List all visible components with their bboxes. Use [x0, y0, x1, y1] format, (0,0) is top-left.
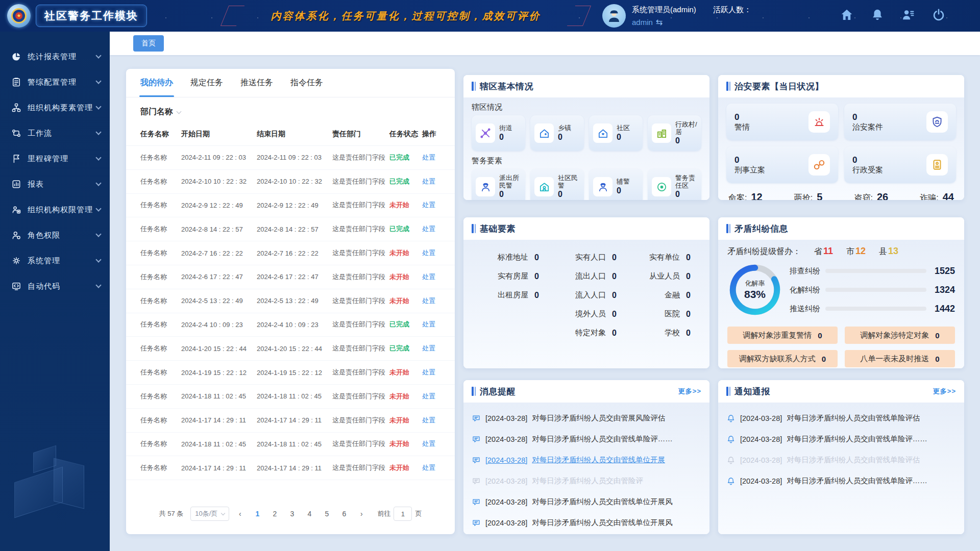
table-row: 任务名称 2024-2-5 13 : 22 : 49 2024-2-5 13 :…	[126, 289, 455, 313]
task-action-link[interactable]: 处置	[422, 344, 443, 353]
sidebar-item[interactable]: 组织机构权限管理	[0, 197, 110, 222]
task-department: 这是责任部门字段	[332, 177, 389, 186]
message-item[interactable]: [2024-03-28] 对每日涉矛盾纠纷人员交由管线单险评……	[463, 429, 709, 449]
page-number-button[interactable]: 5	[320, 507, 333, 521]
user-avatar[interactable]	[602, 4, 626, 28]
message-item[interactable]: [2024-03-28] 对每日涉矛盾纠纷人员交由管险评	[463, 470, 709, 491]
task-action-link[interactable]: 处置	[422, 224, 443, 234]
sidebar-item[interactable]: 角色权限	[0, 222, 110, 248]
task-action-link[interactable]: 处置	[422, 272, 443, 282]
sidebar-item[interactable]: 系统管理	[0, 248, 110, 273]
stat-card[interactable]: 乡镇 0	[530, 115, 584, 151]
task-name: 任务名称	[140, 344, 181, 353]
table-row: 任务名称 2024-2-11 09 : 22 : 03 2024-2-11 09…	[126, 146, 455, 170]
message-item[interactable]: [2024-03-28] 对每日涉矛盾纠纷人员交由管线单位开展风	[463, 491, 709, 512]
task-start-date: 2024-1-18 11 : 02 : 45	[181, 440, 257, 448]
task-action-link[interactable]: 处置	[422, 177, 443, 186]
page-number-button[interactable]: 3	[285, 507, 299, 521]
page-number-button[interactable]: 4	[303, 507, 316, 521]
stat-card[interactable]: 街道 0	[472, 115, 525, 151]
message-item[interactable]: [2024-03-28] 对每日涉矛盾纠纷人员交由管线单位开展	[463, 449, 709, 470]
tab-home[interactable]: 首页	[133, 35, 164, 52]
task-end-date: 2024-1-17 14 : 29 : 11	[257, 416, 332, 424]
dispute-filter-button[interactable]: 八单一表未及时推送 0	[845, 350, 955, 367]
sidebar-item[interactable]: 报表	[0, 171, 110, 197]
task-action-link[interactable]: 处置	[422, 320, 443, 329]
task-action-link[interactable]: 处置	[422, 439, 443, 448]
basic-stat-row: 实有房屋 0	[474, 267, 548, 286]
task-action-link[interactable]: 处置	[422, 392, 443, 401]
sidebar-item[interactable]: 警综配置管理	[0, 69, 110, 95]
security-stat-card[interactable]: 0 警情	[726, 104, 838, 140]
message-text: 对每日涉矛盾纠纷人员交由管线单位开展	[532, 455, 665, 465]
next-page-button[interactable]: ›	[355, 507, 368, 521]
task-action-link[interactable]: 处置	[422, 296, 443, 306]
task-action-link[interactable]: 处置	[422, 416, 443, 425]
security-stat-card[interactable]: 0 刑事立案	[726, 146, 838, 183]
sidebar-item[interactable]: 组织机构要素管理	[0, 95, 110, 120]
home-icon[interactable]	[840, 8, 854, 22]
col-action: 操作	[422, 130, 443, 139]
pagination: 共 57 条 10条/页 ‹ 123456 › 前往 页	[126, 507, 455, 534]
task-department: 这是责任部门字段	[332, 320, 389, 329]
table-row: 任务名称 2024-1-17 14 : 29 : 11 2024-1-17 14…	[126, 456, 455, 480]
task-action-link[interactable]: 处置	[422, 463, 443, 472]
notice-item[interactable]: [2024-03-28] 对每日涉矛盾纠纷人员交由管线单险评估	[718, 449, 964, 470]
dispute-filter-button[interactable]: 调解对象涉特定对象 0	[845, 327, 955, 344]
sidebar-item[interactable]: 工作流	[0, 120, 110, 146]
task-start-date: 2024-2-6 17 : 22 : 47	[181, 273, 257, 281]
power-icon[interactable]	[932, 8, 946, 22]
stat-card[interactable]: 社区 0	[589, 115, 643, 151]
todo-tab-label: 推送任务	[240, 78, 273, 88]
notice-item[interactable]: [2024-03-28] 对每日涉矛盾纠纷人员交由管线单险评……	[718, 429, 964, 449]
comment-icon	[472, 456, 481, 465]
task-status: 未开始	[389, 248, 422, 258]
sidebar-item[interactable]: 统计报表管理	[0, 44, 110, 69]
stat-card[interactable]: 社区民警 0	[530, 169, 584, 200]
app-header: ★ 社区警务工作模块 内容体系化，任务可量化，过程可控制，成效可评价 系统管理员…	[0, 0, 980, 32]
security-card-icon	[808, 111, 830, 133]
sidebar-item[interactable]: 自动代码	[0, 273, 110, 299]
stat-card[interactable]: 派出所民警 0	[472, 169, 525, 200]
message-more-link[interactable]: 更多>>	[678, 387, 701, 396]
security-stat-card[interactable]: 0 行政受案	[844, 146, 956, 183]
department-filter[interactable]: 部门名称	[126, 97, 455, 122]
sidebar-item-icon	[11, 52, 21, 62]
page-size-select[interactable]: 10条/页	[190, 507, 229, 521]
todo-tab[interactable]: 规定任务	[190, 69, 223, 97]
stat-card[interactable]: 警务责任区 0	[648, 169, 701, 200]
page-number-button[interactable]: 2	[268, 507, 281, 521]
security-stat-card[interactable]: 0 治安案件	[844, 104, 956, 140]
sidebar-item[interactable]: 里程碑管理	[0, 146, 110, 171]
switch-user-icon[interactable]: ⇆	[656, 17, 663, 27]
contacts-icon[interactable]	[901, 8, 915, 22]
notice-item[interactable]: [2024-03-28] 对每日涉矛盾纠纷人员交由管线单险评……	[718, 470, 964, 491]
task-action-link[interactable]: 处置	[422, 248, 443, 258]
page-number-button[interactable]: 1	[251, 507, 264, 521]
stat-card[interactable]: 行政村/居 0	[648, 115, 701, 151]
page-number-button[interactable]: 6	[337, 507, 351, 521]
bell-icon	[726, 435, 736, 444]
basic-stat-row: 金融 0	[625, 286, 699, 305]
message-item[interactable]: [2024-03-28] 对每日涉矛盾纠纷人员交由管展风险评估	[463, 408, 709, 429]
task-action-link[interactable]: 处置	[422, 201, 443, 210]
notice-item[interactable]: [2024-03-28] 对每日涉矛盾纠纷人员交由管线单险评估	[718, 408, 964, 429]
task-action-link[interactable]: 处置	[422, 153, 443, 162]
prev-page-button[interactable]: ‹	[233, 507, 247, 521]
stat-card-label: 派出所民警	[499, 174, 521, 189]
notice-more-link[interactable]: 更多>>	[933, 387, 956, 396]
message-date: [2024-03-28]	[485, 477, 527, 485]
user-name[interactable]: admin	[632, 18, 653, 27]
bell-icon[interactable]	[870, 8, 885, 22]
dispute-filter-button[interactable]: 调解双方缺联系人方式 0	[727, 350, 838, 367]
goto-page-input[interactable]	[394, 507, 412, 521]
task-action-link[interactable]: 处置	[422, 368, 443, 377]
stat-card[interactable]: 辅警 0	[589, 169, 643, 200]
bar-row: 推送纠纷 1442	[790, 304, 955, 314]
todo-tab[interactable]: 指令任务	[290, 69, 323, 97]
dispute-filter-button[interactable]: 调解对象涉重复警情 0	[727, 327, 838, 344]
todo-tab[interactable]: 推送任务	[240, 69, 273, 97]
message-item[interactable]: [2024-03-28] 对每日涉矛盾纠纷人员交由管线单位开展风	[463, 512, 709, 533]
todo-tab[interactable]: 我的待办	[140, 69, 173, 97]
notice-date: [2024-03-28]	[740, 435, 782, 443]
